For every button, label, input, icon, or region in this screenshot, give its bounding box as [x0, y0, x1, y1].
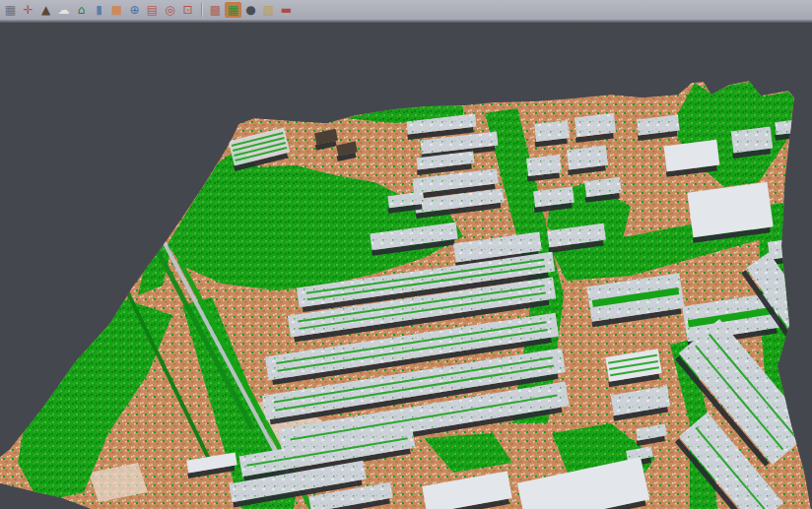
toolbar-separator — [201, 3, 203, 17]
tool-clip-raster-icon[interactable]: ▩ — [207, 2, 224, 18]
point-cloud-svg — [0, 23, 812, 509]
tool-layers-icon[interactable]: ▤ — [144, 2, 161, 18]
tool-classify-ground-icon[interactable]: ⌂ — [73, 2, 90, 18]
tool-snapshot-icon[interactable]: ● — [242, 2, 259, 18]
tool-crop-box-icon[interactable]: ⊡ — [179, 2, 196, 18]
tool-height-ruler-icon[interactable]: ▮ — [91, 2, 107, 18]
tool-remove-icon[interactable]: ▬ — [278, 2, 295, 18]
tool-terrain-mesh-icon[interactable]: ▲ — [37, 2, 54, 18]
point-cloud-render — [0, 81, 812, 509]
tool-point-cloud-icon[interactable]: ☁ — [55, 2, 72, 18]
tool-ortho-image-icon[interactable]: ■ — [108, 2, 125, 18]
tool-georeference-icon[interactable]: ⊕ — [126, 2, 143, 18]
tool-open-icon[interactable]: ▦ — [2, 2, 19, 18]
tool-classification-map-icon[interactable]: ▦ — [225, 2, 241, 18]
application-window: ▦✛▲☁⌂▮■⊕▤◎⊡▩▦●▧▬ — [0, 0, 812, 509]
tool-align-clouds-icon[interactable]: ✛ — [20, 2, 36, 18]
tool-pick-point-icon[interactable]: ◎ — [162, 2, 178, 18]
tool-annotate-icon[interactable]: ▧ — [260, 2, 277, 18]
viewport-3d[interactable] — [0, 23, 812, 509]
main-toolbar: ▦✛▲☁⌂▮■⊕▤◎⊡▩▦●▧▬ — [0, 0, 812, 20]
